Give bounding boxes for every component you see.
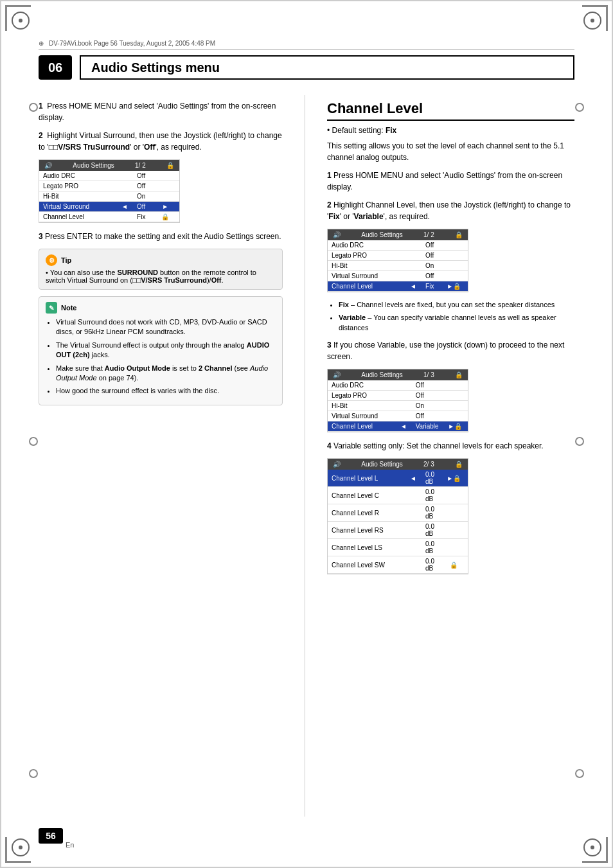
- table-row: Legato PROOff: [328, 391, 468, 401]
- page-number: 56: [39, 828, 63, 844]
- screenshot2-icon: 🔊: [333, 231, 341, 238]
- binding-left-bottom: [29, 769, 38, 778]
- screenshot1: 🔊 Audio Settings 1/ 2 🔒 Audio DRC Off Le…: [39, 159, 180, 223]
- description-text: This setting allows you to set the level…: [327, 140, 574, 163]
- table-row: Audio DRCOff: [328, 380, 468, 391]
- chapter-header: 06 Audio Settings menu: [39, 55, 574, 80]
- left-step2-text: Highlight Virtual Surround, then use the…: [39, 131, 282, 152]
- tip-icon: ⚙: [46, 254, 57, 266]
- table-row: Channel Level C0.0 dB: [328, 487, 468, 504]
- table-row-highlighted: Channel Level◄Fix►🔒: [328, 281, 468, 292]
- table-row: Hi-BitOn: [328, 401, 468, 411]
- left-column: 1 Press HOME MENU and select 'Audio Sett…: [39, 95, 283, 817]
- left-step2: 2 Highlight Virtual Surround, then use t…: [39, 130, 283, 153]
- right-step4: 4 Variable setting only: Set the channel…: [327, 440, 574, 452]
- screenshot1-header: 🔊 Audio Settings 1/ 2 🔒: [39, 160, 179, 171]
- note-header: ✎ Note: [46, 302, 276, 314]
- circle-bl: [12, 838, 30, 856]
- screenshot3-icon: 🔊: [333, 371, 341, 378]
- table-row: Channel Level SW0.0 dB🔒: [328, 556, 468, 574]
- chapter-title-box: Audio Settings menu: [80, 55, 574, 80]
- note-item-4: How good the surround effect is varies w…: [56, 386, 276, 396]
- tip-label: Tip: [61, 256, 71, 264]
- screenshot2-page: 1/ 2: [423, 231, 434, 238]
- table-row: Legato PROOff: [328, 251, 468, 261]
- tip-header: ⚙ Tip: [46, 254, 276, 266]
- screenshot3-header: 🔊 Audio Settings 1/ 3 🔒: [328, 369, 468, 380]
- binding-left-middle: [29, 437, 38, 446]
- screenshot2-table: Audio DRCOff Legato PROOff Hi-BitOn Virt…: [328, 240, 468, 292]
- tip-box: ⚙ Tip • You can also use the SURROUND bu…: [39, 249, 283, 290]
- left-step3: 3 Press ENTER to make the setting and ex…: [39, 231, 283, 242]
- bullet-variable: Variable – You can specify variable chan…: [339, 313, 574, 333]
- screenshot2: 🔊 Audio Settings 1/ 2 🔒 Audio DRCOff Leg…: [327, 229, 468, 292]
- screenshot4-title: Audio Settings: [361, 461, 403, 468]
- screenshot3-table: Audio DRCOff Legato PROOff Hi-BitOn Virt…: [328, 380, 468, 432]
- screenshot3: 🔊 Audio Settings 1/ 3 🔒 Audio DRCOff Leg…: [327, 369, 468, 432]
- table-row: Virtual SurroundOff: [328, 411, 468, 421]
- note-item-1: Virtual Surround does not work with CD, …: [56, 317, 276, 337]
- screenshot1-table: Audio DRC Off Legato PRO Off Hi-Bit On: [39, 171, 179, 222]
- book-info: ⊕ DV-79AVi.book Page 56 Tuesday, August …: [39, 40, 574, 50]
- note-item-2: The Virtual Surround effect is output on…: [56, 341, 276, 360]
- binding-right-bottom: [575, 769, 584, 778]
- screenshot4-lock: 🔒: [455, 461, 463, 468]
- screenshot4: 🔊 Audio Settings 2/ 3 🔒 Channel Level L◄…: [327, 458, 468, 574]
- note-icon: ✎: [46, 302, 57, 314]
- table-row: Hi-BitOn: [328, 261, 468, 271]
- table-row: Channel Level R0.0 dB: [328, 504, 468, 522]
- bullet-fix: Fix – Channel levels are fixed, but you …: [339, 300, 574, 310]
- screenshot2-header: 🔊 Audio Settings 1/ 2 🔒: [328, 229, 468, 240]
- section-title: Channel Level: [327, 100, 574, 121]
- screenshot4-table: Channel Level L◄0.0 dB►🔒 Channel Level C…: [328, 470, 468, 574]
- screenshot1-page: 1/ 2: [135, 162, 146, 169]
- right-column: Channel Level • Default setting: Fix Thi…: [327, 95, 574, 817]
- default-setting: • Default setting: Fix: [327, 126, 574, 135]
- screenshot1-icon: 🔊: [44, 162, 52, 169]
- screenshot4-icon: 🔊: [333, 461, 341, 468]
- table-row: Channel Level LS0.0 dB: [328, 539, 468, 556]
- screenshot2-lock: 🔒: [455, 231, 463, 238]
- note-box: ✎ Note Virtual Surround does not work wi…: [39, 296, 283, 405]
- table-row: Audio DRCOff: [328, 240, 468, 251]
- right-step2: 2 Highlight Channel Level, then use the …: [327, 199, 574, 222]
- channel-bullets: Fix – Channel levels are fixed, but you …: [327, 300, 574, 333]
- chapter-number: 06: [39, 55, 72, 80]
- screenshot3-title: Audio Settings: [361, 371, 403, 378]
- table-row: Audio DRC Off: [39, 171, 179, 181]
- screenshot3-lock: 🔒: [455, 371, 463, 378]
- content-area: 1 Press HOME MENU and select 'Audio Sett…: [39, 95, 574, 817]
- table-row: Channel Level RS0.0 dB: [328, 522, 468, 539]
- note-label: Note: [61, 304, 76, 312]
- right-step3: 3 If you chose Variable, use the joystic…: [327, 339, 574, 362]
- book-icon: ⊕: [39, 40, 44, 47]
- binding-left-top: [29, 103, 38, 112]
- table-row: Channel Level Fix 🔒: [39, 212, 179, 222]
- table-row: Hi-Bit On: [39, 191, 179, 202]
- right-step1: 1 Press HOME MENU and select 'Audio Sett…: [327, 170, 574, 193]
- binding-right-middle: [575, 437, 584, 446]
- table-row: Virtual SurroundOff: [328, 271, 468, 281]
- col-divider: [305, 95, 305, 817]
- note-item-3: Make sure that Audio Output Mode is set …: [56, 364, 276, 384]
- circle-tr: [583, 12, 601, 30]
- left-step1-text: Press HOME MENU and select 'Audio Settin…: [39, 102, 276, 122]
- table-row: Legato PRO Off: [39, 181, 179, 191]
- screenshot3-page: 1/ 3: [423, 371, 434, 378]
- left-step1-num: 1: [39, 102, 43, 111]
- table-row-highlighted: Virtual Surround ◄ Off ►: [39, 202, 179, 212]
- screenshot2-title: Audio Settings: [361, 231, 403, 238]
- table-row-highlighted: Channel Level◄Variable►🔒: [328, 421, 468, 432]
- screenshot1-title: Audio Settings: [73, 162, 114, 169]
- note-list: Virtual Surround does not work with CD, …: [46, 317, 276, 396]
- screenshot4-page: 2/ 3: [423, 461, 434, 468]
- tip-text: • You can also use the SURROUND button o…: [46, 269, 276, 284]
- screenshot1-lock: 🔒: [166, 162, 174, 169]
- circle-br: [583, 838, 601, 856]
- screenshot4-header: 🔊 Audio Settings 2/ 3 🔒: [328, 459, 468, 470]
- left-step1: 1 Press HOME MENU and select 'Audio Sett…: [39, 100, 283, 123]
- circle-tl: [12, 12, 30, 30]
- binding-right-top: [575, 103, 584, 112]
- table-row-highlighted: Channel Level L◄0.0 dB►🔒: [328, 470, 468, 487]
- page-lang: En: [66, 841, 74, 849]
